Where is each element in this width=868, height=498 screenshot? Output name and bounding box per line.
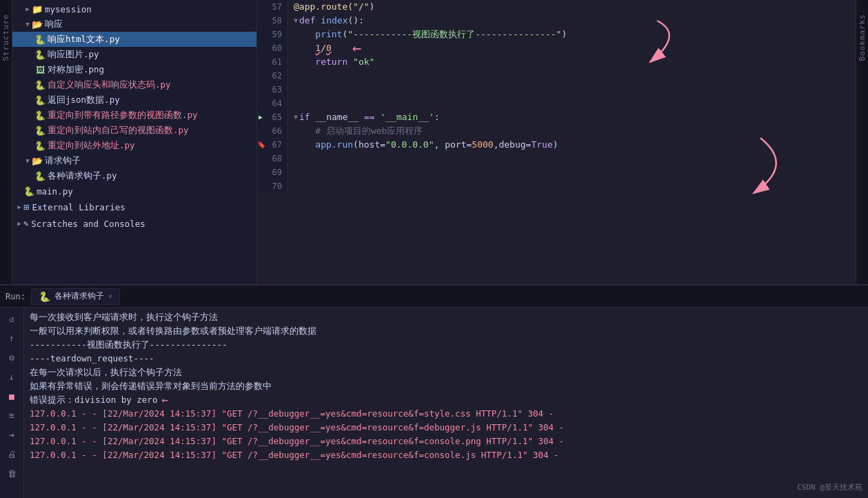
collapse-arrow-external: ▶ [15,203,23,211]
py-icon-json: 🐍 [34,94,46,106]
indent-60 [294,41,315,55]
port-67: 5000 [472,138,493,152]
sidebar-label-yingying: 响应 [45,19,63,30]
code-line-57: @app.route("/") [294,0,856,14]
tab-label: 各种请求钩子 [54,290,104,302]
collapse-arrow-hooks: ▼ [23,157,32,165]
str-59: "-----------视图函数执行了---------------" [347,28,561,41]
close-59: ) [561,28,567,41]
tab-close-btn[interactable]: × [108,292,112,300]
console-line-7: 127.0.0.1 - - [22/Mar/2024 14:15:37] "GE… [30,407,862,421]
app-67: app.run [315,138,353,152]
sidebar-label-redirect3: 重定向到站外地址.py [48,140,135,152]
collapse-58: ▼ [294,14,298,28]
sidebar-label-img: 响应图片.py [48,49,99,61]
folder-icon-hooks: 📂 [32,155,43,166]
true-67: True [531,138,552,152]
file-tree-content: ▶ 📁 mysession ▼ 📂 响应 🐍 响应html文本.py 🐍 响应图… [12,0,256,284]
slash-60: / [321,41,326,55]
sidebar-item-mysession[interactable]: ▶ 📁 mysession [12,1,256,17]
print-btn[interactable]: 🖨 [5,447,19,461]
code-line-69 [294,166,856,179]
stop-btn[interactable]: ■ [5,389,19,403]
console-line-8: 127.0.0.1 - - [22/Mar/2024 14:15:37] "GE… [30,421,862,435]
comma2-67: ,debug= [494,138,532,152]
console-output: 每一次接收到客户端请求时，执行这个钩子方法 一般可以用来判断权限，或者转换路由参… [24,308,868,498]
bookmarks-label: Bookmarks [858,14,867,61]
console-line-6: 错误提示：division by zero ← [30,393,862,407]
zero-60: 0 [326,41,332,55]
code-line-70 [294,179,856,193]
console-line-5: 如果有异常错误，则会传递错误异常对象到当前方法的参数中 [30,379,862,393]
console-line-4: 在每一次请求以后，执行这个钩子方法 [30,366,862,379]
line-68: 68 [257,152,282,166]
str-61: "ok" [353,55,374,69]
eq-65: == [364,110,380,124]
clear-btn[interactable]: 🗑 [5,466,19,480]
sidebar-item-redirect2[interactable]: 🐍 重定向到站内自己写的视图函数.py [12,123,256,138]
sidebar-label-scratches: Scratches and Consoles [31,219,145,229]
lib-icon: ⊞ [23,201,29,212]
sidebar-item-hooks[interactable]: ▼ 📂 请求钩子 [12,153,256,168]
fn-print-59: print [315,28,342,41]
line-69: 69 [257,166,282,179]
line-65: ▶ 65 [257,110,282,124]
paren-58: (): [347,14,363,28]
bottom-panel: Run: 🐍 各种请求钩子 × ↺ ↑ ⚙ ↓ ■ ≡ ⇥ 🖨 🗑 每一次接收到… [0,284,868,498]
sidebar-item-json[interactable]: 🐍 返回json数据.py [12,92,256,108]
sidebar-item-zidingyi[interactable]: 🐍 自定义响应头和响应状态码.py [12,77,256,92]
code-decorator-57: @app.route("/") [294,0,380,14]
line-67: 🔖 67 [257,138,282,152]
restart-btn[interactable]: ↺ [5,312,19,326]
collapse-65: ▼ [294,110,298,124]
right-panel: Bookmarks [856,0,868,284]
sidebar-item-redirect1[interactable]: 🐍 重定向到带有路径参数的视图函数.py [12,108,256,123]
console-line-1: 一般可以用来判断权限，或者转换路由参数或者预处理客户端请求的数据 [30,324,862,338]
code-content: @app.route("/") ▼ def index (): print ( [288,0,856,193]
sidebar-label-redirect2: 重定向到站内自己写的视图函数.py [48,125,189,137]
console-body: ↺ ↑ ⚙ ↓ ■ ≡ ⇥ 🖨 🗑 每一次接收到客户端请求时，执行这个钩子方法 … [0,308,868,498]
code-line-65: ▼ if __name__ == '__main__' : [294,110,856,124]
kw-if-65: if [299,110,315,124]
colon-65: : [434,110,440,124]
fn-index-58: index [321,14,347,28]
console-line-2: -----------视图函数执行了--------------- [30,338,862,352]
sidebar-item-gezi[interactable]: 🐍 各种请求钩子.py [12,168,256,183]
collapse-arrow-yingying: ▼ [23,20,32,28]
sidebar-item-img[interactable]: 🐍 响应图片.py [12,47,256,62]
code-wrapper: 57 58 59 60 61 62 63 64 ▶ 65 66 🔖 67 [257,0,856,284]
sidebar-label-json: 返回json数据.py [48,94,120,106]
folder-icon-mysession: 📁 [32,3,43,14]
filter-btn[interactable]: ≡ [5,408,19,422]
scroll-down-btn[interactable]: ↓ [5,370,19,384]
kw-return-61: return [315,55,353,69]
scroll-up-btn[interactable]: ↑ [5,331,19,345]
py-icon-redirect2: 🐍 [34,125,46,136]
code-line-59: print ( "-----------视图函数执行了-------------… [294,28,856,41]
code-line-62 [294,69,856,83]
sidebar-item-main[interactable]: 🐍 main.py [12,183,256,199]
num-60: 1 [315,41,321,55]
png-icon: 🖼 [34,64,46,75]
indent-btn[interactable]: ⇥ [5,428,19,441]
code-line-66: # 启动项目的web应用程序 [294,124,856,138]
code-line-67: app.run ( host= "0.0.0.0" , port= 5000 ,… [294,138,856,152]
sidebar-item-redirect3[interactable]: 🐍 重定向到站外地址.py [12,138,256,153]
sidebar-label-html: 响应html文本.py [48,34,120,46]
sidebar-item-html[interactable]: 🐍 响应html文本.py [12,32,256,47]
collapse-arrow-mysession: ▶ [23,5,32,13]
settings-btn[interactable]: ⚙ [5,350,19,364]
line-59: 59 [257,28,282,41]
run-icon-65: ▶ [259,110,263,124]
collapse-arrow-scratches: ▶ [15,219,23,228]
line-66: 66 [257,124,282,138]
sidebar-item-png[interactable]: 🖼 对称加密.png [12,62,256,77]
sidebar-item-scratches[interactable]: ▶ ✎ Scratches and Consoles [12,215,256,232]
sidebar-item-external[interactable]: ▶ ⊞ External Libraries [12,199,256,215]
kw-def-58: def [299,14,321,28]
line-70: 70 [257,179,282,193]
code-container: 57 58 59 60 61 62 63 64 ▶ 65 66 🔖 67 [257,0,856,193]
line-57: 57 [257,0,282,14]
run-tab[interactable]: 🐍 各种请求钩子 × [31,288,120,305]
sidebar-item-yingying[interactable]: ▼ 📂 响应 [12,17,256,32]
